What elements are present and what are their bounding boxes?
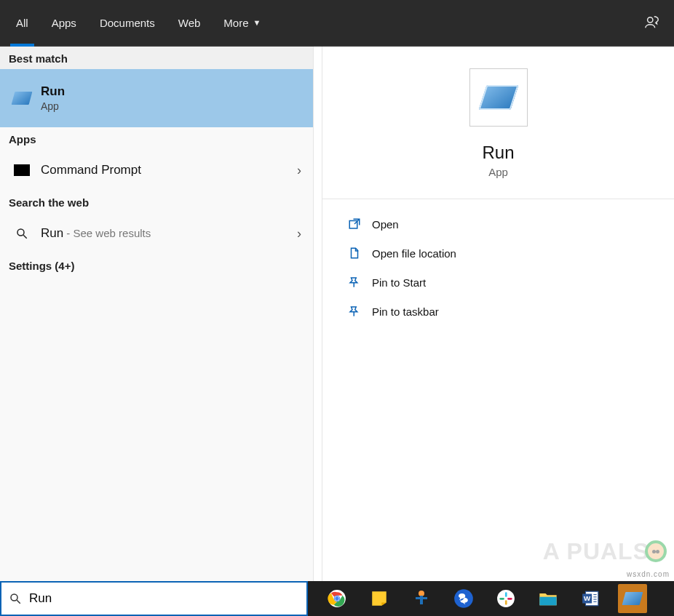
filter-tabs: All Apps Documents Web More ▼ <box>0 0 674 47</box>
svg-rect-17 <box>499 598 504 600</box>
web-term: Run <box>41 226 63 240</box>
taskbar-chrome[interactable] <box>322 584 352 613</box>
svg-rect-18 <box>505 600 507 605</box>
svg-point-1 <box>17 229 24 236</box>
taskbar-apps: W <box>308 581 674 616</box>
action-pin-to-taskbar[interactable]: Pin to taskbar <box>322 297 674 326</box>
action-label: Open <box>372 218 399 231</box>
taskbar-chat[interactable] <box>449 584 478 613</box>
svg-rect-19 <box>507 598 512 600</box>
taskbar-search[interactable] <box>0 581 308 616</box>
tab-documents-label: Documents <box>100 17 155 29</box>
results-left-pane: Best match Run App Apps Command Prompt ›… <box>0 47 313 581</box>
run-icon <box>622 592 643 605</box>
feedback-icon <box>644 15 660 31</box>
tab-all-label: All <box>16 17 28 29</box>
watermark-source: wsxdn.com <box>627 570 670 578</box>
action-label: Open file location <box>372 247 456 260</box>
taskbar-file-explorer[interactable] <box>534 584 563 613</box>
cmd-icon <box>9 157 35 183</box>
detail-header: Run App <box>322 47 674 199</box>
taskbar-run-active[interactable] <box>618 584 647 613</box>
web-suffix: - See web results <box>63 227 151 239</box>
taskbar-word[interactable]: W <box>576 584 605 613</box>
taskbar-person[interactable] <box>407 584 436 613</box>
tab-apps-label: Apps <box>52 17 76 29</box>
detail-pane: Run App Open Open file location Pin to <box>322 47 674 581</box>
header-best-match: Best match <box>0 47 313 69</box>
action-open[interactable]: Open <box>322 209 674 239</box>
header-settings: Settings (4+) <box>0 254 313 276</box>
result-command-prompt[interactable]: Command Prompt › <box>0 150 313 191</box>
search-icon <box>9 220 35 247</box>
result-title: Command Prompt <box>41 163 297 177</box>
open-icon <box>346 217 363 231</box>
tab-web[interactable]: Web <box>167 0 213 45</box>
detail-sub: App <box>488 166 508 178</box>
folder-icon <box>538 590 558 607</box>
chevron-right-icon: › <box>297 226 304 241</box>
tab-apps[interactable]: Apps <box>40 0 88 45</box>
action-pin-to-start[interactable]: Pin to Start <box>322 268 674 297</box>
person-icon <box>413 589 430 608</box>
detail-app-icon <box>469 68 528 127</box>
svg-rect-16 <box>505 592 507 597</box>
chrome-icon <box>328 589 346 608</box>
svg-point-11 <box>419 591 424 596</box>
tab-all[interactable]: All <box>4 0 40 45</box>
svg-point-0 <box>648 17 653 23</box>
taskbar-slack[interactable] <box>491 584 520 613</box>
result-web-run[interactable]: Run - See web results › <box>0 213 313 254</box>
run-icon <box>9 85 35 111</box>
pin-icon <box>346 276 363 289</box>
watermark-brand: A PUALS <box>543 538 662 565</box>
tab-documents[interactable]: Documents <box>88 0 167 45</box>
tab-more-label: More <box>223 17 248 29</box>
folder-icon <box>346 247 363 260</box>
pin-icon <box>346 305 363 318</box>
search-icon <box>9 592 22 605</box>
svg-rect-13 <box>416 597 427 599</box>
svg-point-10 <box>335 596 338 600</box>
svg-rect-12 <box>420 596 423 604</box>
pane-separator <box>313 47 322 581</box>
header-search-web: Search the web <box>0 191 313 213</box>
slack-icon <box>496 589 515 608</box>
chevron-down-icon: ▼ <box>253 18 261 27</box>
tab-more[interactable]: More ▼ <box>212 0 272 45</box>
svg-point-14 <box>454 589 473 608</box>
taskbar: W <box>0 581 674 616</box>
result-title: Run <box>41 84 304 99</box>
result-title: Run - See web results <box>41 226 297 241</box>
action-label: Pin to taskbar <box>372 305 439 318</box>
svg-point-6 <box>11 594 17 601</box>
detail-actions: Open Open file location Pin to Start Pin… <box>322 199 674 336</box>
action-open-file-location[interactable]: Open file location <box>322 239 674 268</box>
result-run-app[interactable]: Run App <box>0 69 313 127</box>
results-area: Best match Run App Apps Command Prompt ›… <box>0 47 674 581</box>
result-sub: App <box>41 100 304 112</box>
header-apps: Apps <box>0 127 313 150</box>
svg-text:W: W <box>584 594 591 602</box>
chat-icon <box>453 588 474 609</box>
chevron-right-icon: › <box>297 163 304 178</box>
action-label: Pin to Start <box>372 276 426 289</box>
word-icon: W <box>581 589 600 608</box>
detail-title: Run <box>482 143 514 163</box>
svg-line-2 <box>23 235 27 239</box>
taskbar-sticky-notes[interactable] <box>365 584 394 613</box>
search-input[interactable] <box>29 591 299 606</box>
note-icon <box>370 589 389 608</box>
svg-line-7 <box>17 600 20 604</box>
tab-web-label: Web <box>178 17 201 29</box>
feedback-button[interactable] <box>638 8 667 37</box>
